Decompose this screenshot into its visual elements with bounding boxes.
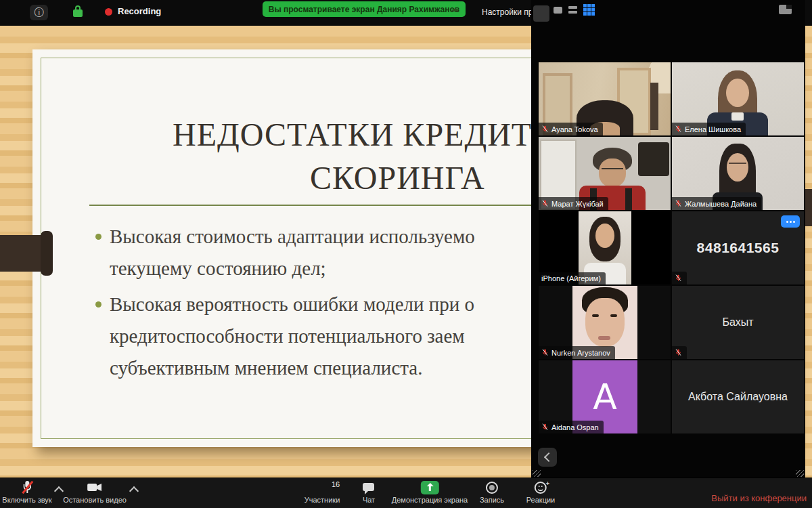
zoom-meeting-window: НЕДОСТАТКИ КРЕДИТ СКОРИНГА Высокая стоим… [0,0,812,508]
cloud-recording-icon: ☁ [450,3,459,14]
bullet-dot [95,301,102,308]
view-options-dropdown-stub[interactable] [533,5,549,22]
reactions-button[interactable]: + Реакции [526,481,556,504]
camera-icon [87,481,102,494]
participants-icon [314,481,330,494]
encryption-lock-icon [73,5,83,19]
slide-bullet-text: Высокая стоимость адаптации используемо [110,226,475,248]
slide-title-line1: НЕДОСТАТКИ КРЕДИТ [173,116,532,153]
muted-mic-icon [675,274,682,282]
participant-nametag [672,346,687,359]
participant-name: iPhone (Айгерим) [541,274,601,282]
participants-panel: Ayana Tokova Елена Шишкова [531,0,805,478]
participant-tile[interactable]: Жалмышева Дайана [672,137,804,210]
muted-mic-icon [541,199,549,208]
participant-name: Жалмышева Дайана [685,200,757,208]
slide-bullet-text: текущему состоянию дел; [110,257,326,280]
participant-nametag: Aidana Ospan [539,421,604,433]
record-button[interactable]: Запись [480,481,504,504]
participant-tile[interactable]: iPhone (Айгерим) [539,211,671,284]
participant-tile[interactable]: Акбота Сайлауовна [672,360,804,433]
mic-muted-icon [20,481,34,494]
stop-video-button[interactable]: Остановить видео [63,481,127,504]
participant-nametag: Елена Шишкова [672,123,746,135]
participant-name-center: Акбота Сайлауовна [672,360,804,433]
recording-label: Recording [118,6,161,16]
participant-name: Aidana Ospan [551,423,599,431]
gallery-previous-page-button[interactable] [538,448,557,467]
muted-mic-icon [675,125,682,133]
share-screen-button[interactable]: Демонстрация экрана [392,481,468,504]
slide-title-line2: СКОРИНГА [310,159,485,196]
participant-nametag [672,272,687,284]
participant-nametag: Марат Жүкібай [539,197,608,210]
slide-theme-ribbon-right [805,189,812,226]
muted-mic-icon [541,348,549,357]
share-screen-icon [421,481,439,494]
bullet-dot [95,234,102,240]
strip-view-icon[interactable] [568,6,577,14]
more-options-button[interactable] [781,215,800,228]
participant-nametag: iPhone (Айгерим) [539,272,606,284]
video-options-chevron[interactable] [129,486,139,496]
video-gallery-grid: Ayana Tokova Елена Шишкова [539,62,804,433]
reactions-icon: + [535,482,547,494]
leave-meeting-button[interactable]: Выйти из конференции [711,493,807,503]
participant-name: Елена Шишкова [685,125,741,133]
muted-mic-icon [675,199,682,208]
meeting-toolbar: Включить звук Остановить видео 16 Участн… [0,478,812,508]
participant-name: Марат Жүкібай [551,200,604,208]
panel-resize-grip[interactable] [533,470,541,477]
slide-bullet-text: кредитоспособности потенциального заем [110,325,465,347]
participant-tile[interactable]: Nurken Arystanov [539,286,671,359]
record-icon [486,482,498,494]
participant-nametag: Жалмышева Дайана [672,197,761,210]
muted-mic-icon [541,125,549,133]
slide-bullet-text: субъективным мнением специалиста. [110,357,422,379]
audio-options-chevron[interactable] [54,486,64,496]
participant-tile[interactable]: Елена Шишкова [672,62,804,135]
participant-name: Nurken Arystanov [551,349,610,357]
banner-text: Вы просматриваете экран Данияр Рахимжано… [269,5,459,14]
exit-minimized-view-icon[interactable] [779,5,792,14]
chat-icon [362,481,376,494]
participant-tile[interactable]: Ayana Tokova [539,62,671,135]
participant-name-center: Бахыт [672,286,804,359]
participant-nametag: Nurken Arystanov [539,346,615,359]
participant-tile[interactable]: Бахыт [672,286,804,359]
viewing-screen-banner: Вы просматриваете экран Данияр Рахимжано… [263,1,466,17]
chat-button[interactable]: Чат [362,481,376,504]
gallery-view-icon[interactable] [583,4,595,16]
muted-mic-icon [675,348,682,357]
chevron-left-icon [544,452,554,462]
participant-nametag: Ayana Tokova [539,123,603,135]
participants-button[interactable]: 16 Участники [304,481,340,504]
participant-tile[interactable]: A Aidana Ospan [539,360,671,433]
participants-count-badge: 16 [332,480,340,488]
unmute-button[interactable]: Включить звук [2,481,51,504]
muted-mic-icon [541,423,549,431]
meeting-info-icon[interactable]: ⓘ [30,5,48,20]
speaker-view-icon[interactable] [554,7,562,14]
slide-theme-ribbon-left [0,235,43,272]
recording-dot-icon [105,8,112,16]
slide-bullet-text: Высокая вероятность ошибки модели при о [110,293,474,316]
slide-theme-ribbon-knob [41,231,53,276]
panel-resize-grip[interactable] [796,470,804,477]
participant-name: Ayana Tokova [551,125,598,133]
participant-tile[interactable]: Марат Жүкібай [539,137,671,210]
participant-tile[interactable]: 8481641565 [672,211,804,284]
